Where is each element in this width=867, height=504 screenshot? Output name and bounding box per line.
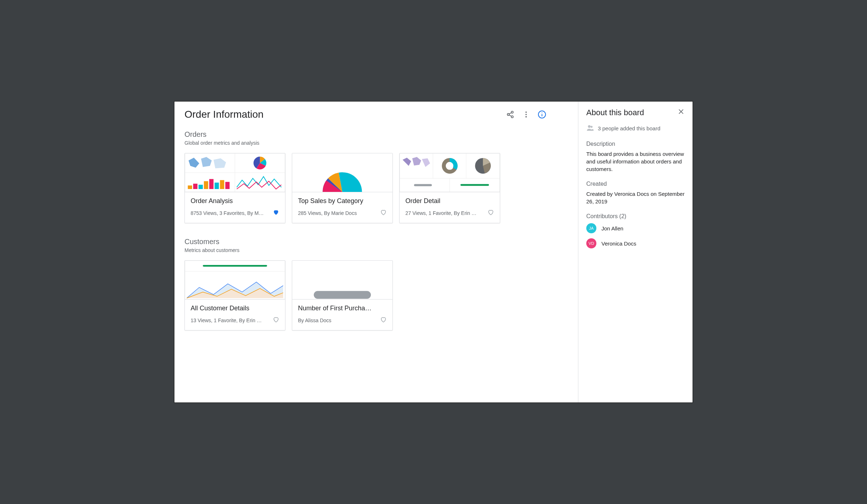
about-sidebar: About this board 3 people added this boa… [578, 102, 693, 402]
card-title: Number of First Purcha… [298, 305, 387, 312]
info-icon[interactable] [538, 110, 546, 119]
created-text: Created by Veronica Docs on September 26… [586, 190, 685, 205]
svg-point-6 [525, 114, 527, 115]
section-subtitle: Global order metrics and analysis [184, 140, 568, 146]
svg-point-1 [507, 113, 510, 116]
svg-point-0 [511, 111, 513, 113]
card-preview [400, 153, 500, 192]
close-icon[interactable] [677, 108, 685, 117]
card-all-customers[interactable]: All Customer Details 13 Views, 1 Favorit… [184, 260, 285, 330]
card-first-purchases[interactable]: Number of First Purcha… By Alissa Docs [292, 260, 393, 330]
people-count-text: 3 people added this board [598, 125, 660, 131]
card-preview [185, 261, 285, 300]
card-title: All Customer Details [191, 305, 279, 312]
section-orders: Orders Global order metrics and analysis [184, 130, 568, 223]
svg-rect-19 [215, 183, 219, 189]
card-meta: 13 Views, 1 Favorite, By Erin … [191, 318, 262, 323]
card-title: Top Sales by Category [298, 197, 387, 205]
svg-point-10 [542, 113, 542, 113]
card-order-detail[interactable]: Order Detail 27 Views, 1 Favorite, By Er… [399, 153, 500, 223]
section-title: Customers [184, 238, 568, 246]
created-label: Created [586, 181, 685, 187]
contributors-label: Contributors (2) [586, 213, 685, 220]
card-meta: 27 Views, 1 Favorite, By Erin … [405, 210, 476, 216]
svg-rect-14 [188, 185, 192, 189]
svg-rect-20 [220, 180, 224, 189]
description-label: Description [586, 141, 685, 147]
avatar: VD [586, 238, 596, 248]
svg-rect-32 [461, 184, 489, 186]
card-title: Order Analysis [191, 197, 279, 205]
svg-rect-15 [193, 184, 197, 189]
svg-rect-16 [199, 185, 203, 189]
heart-icon[interactable] [273, 209, 279, 217]
contributor-item: JAJon Allen [586, 223, 685, 233]
section-customers: Customers Metrics about customers [184, 238, 568, 330]
svg-point-7 [525, 116, 527, 118]
svg-rect-34 [203, 265, 267, 267]
svg-rect-17 [204, 181, 208, 189]
svg-point-5 [525, 112, 527, 113]
card-preview [185, 153, 285, 192]
share-icon[interactable] [506, 110, 515, 119]
svg-point-42 [591, 126, 593, 128]
card-preview [292, 153, 392, 192]
card-meta: By Alissa Docs [298, 318, 332, 323]
svg-point-2 [511, 116, 513, 118]
main-content: Order Information Orders Global order me… [174, 102, 578, 402]
card-meta: 285 Views, By Marie Docs [298, 210, 357, 216]
heart-icon[interactable] [380, 316, 387, 324]
sidebar-title: About this board [586, 108, 644, 117]
svg-line-4 [509, 115, 511, 116]
contributor-name: Jon Allen [601, 225, 623, 231]
contributor-name: Veronica Docs [601, 240, 636, 247]
more-icon[interactable] [522, 110, 530, 119]
page-title: Order Information [184, 109, 263, 120]
svg-rect-38 [314, 291, 371, 299]
svg-line-3 [509, 113, 511, 114]
heart-icon[interactable] [273, 316, 279, 324]
heart-icon[interactable] [380, 209, 387, 217]
people-icon [586, 124, 594, 133]
section-title: Orders [184, 130, 568, 139]
description-text: This board provides a business overview … [586, 150, 685, 173]
contributor-item: VDVeronica Docs [586, 238, 685, 248]
svg-rect-18 [209, 179, 214, 189]
heart-icon[interactable] [488, 209, 494, 217]
card-meta: 8753 Views, 3 Favorites, By M… [191, 210, 264, 216]
card-top-sales[interactable]: Top Sales by Category 285 Views, By Mari… [292, 153, 393, 223]
card-title: Order Detail [405, 197, 494, 205]
svg-rect-30 [414, 184, 432, 186]
card-preview [292, 261, 392, 300]
svg-point-41 [588, 125, 591, 128]
svg-rect-21 [225, 182, 230, 189]
card-order-analysis[interactable]: Order Analysis 8753 Views, 3 Favorites, … [184, 153, 285, 223]
avatar: JA [586, 223, 596, 233]
section-subtitle: Metrics about customers [184, 247, 568, 253]
